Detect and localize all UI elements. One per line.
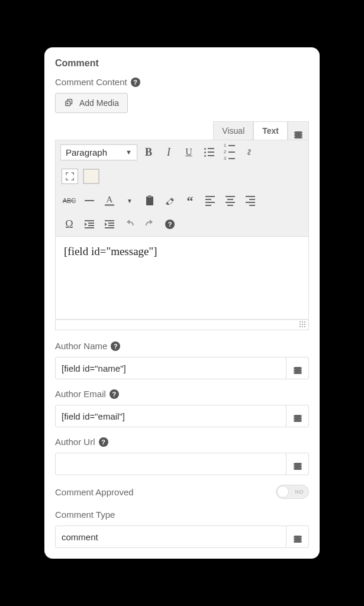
indent-button[interactable] <box>101 216 118 233</box>
eraser-icon <box>165 196 175 205</box>
fullscreen-icon <box>66 172 74 180</box>
editor-tabs: Visual Text <box>55 121 309 140</box>
add-media-label: Add Media <box>79 98 119 108</box>
undo-button[interactable] <box>121 216 138 233</box>
redo-icon <box>144 220 155 229</box>
comment-approved-toggle[interactable]: NO <box>276 485 309 499</box>
indent-icon <box>105 220 114 228</box>
author-url-db-button[interactable] <box>286 453 309 475</box>
toggle-state-label: NO <box>295 489 304 495</box>
author-url-label: Author Url <box>55 437 95 447</box>
database-icon <box>294 367 302 369</box>
comment-type-label-row: Comment Type <box>55 510 309 520</box>
tab-text[interactable]: Text <box>253 121 288 140</box>
clear-format-button[interactable] <box>161 192 179 209</box>
underline-button[interactable]: U <box>180 144 198 160</box>
undo-icon <box>124 220 135 229</box>
author-email-db-button[interactable] <box>286 405 309 427</box>
database-icon <box>294 415 302 417</box>
link-icon <box>244 147 255 157</box>
comment-type-db-button[interactable] <box>286 526 309 548</box>
bullet-list-icon <box>204 148 214 157</box>
align-right-button[interactable] <box>241 192 259 209</box>
toolbar-toggle-button[interactable] <box>83 169 99 184</box>
media-icon <box>64 98 75 108</box>
numbered-list-icon: 123 <box>224 143 235 161</box>
bullet-list-button[interactable] <box>200 144 218 160</box>
author-url-input[interactable] <box>55 453 286 475</box>
section-title: Comment <box>55 58 309 69</box>
grip-icon <box>299 321 306 328</box>
align-left-icon <box>205 196 215 206</box>
comment-panel: Comment Comment Content ? Add Media Visu… <box>44 47 320 559</box>
comment-approved-label: Comment Approved <box>55 487 134 497</box>
tab-visual[interactable]: Visual <box>213 121 253 140</box>
numbered-list-button[interactable]: 123 <box>220 144 238 160</box>
help-icon[interactable]: ? <box>111 341 120 351</box>
paste-button[interactable] <box>141 192 159 209</box>
tab-database[interactable] <box>288 121 309 140</box>
align-center-icon <box>226 196 235 206</box>
clipboard-icon <box>145 195 154 206</box>
text-color-icon: A <box>105 195 114 206</box>
database-icon <box>294 131 302 134</box>
chevron-down-icon: ▼ <box>125 149 132 156</box>
author-name-label-row: Author Name ? <box>55 341 309 351</box>
text-color-picker-button[interactable]: ▼ <box>121 192 138 209</box>
author-email-label: Author Email <box>55 389 106 399</box>
editor-toolbar: Paragraph ▼ B I U 123 ABC <box>55 140 309 237</box>
author-name-input[interactable] <box>55 357 286 379</box>
strikethrough-button[interactable]: ABC <box>60 192 78 209</box>
italic-button[interactable]: I <box>160 144 178 160</box>
outdent-icon <box>85 220 94 228</box>
editor-textarea[interactable]: [field id="message"] <box>55 237 309 320</box>
link-button[interactable] <box>240 144 258 160</box>
format-dropdown[interactable]: Paragraph ▼ <box>60 144 137 160</box>
editor-help-button[interactable]: ? <box>161 216 179 233</box>
help-icon[interactable]: ? <box>109 389 119 399</box>
author-name-label: Author Name <box>55 341 107 351</box>
align-right-icon <box>246 196 255 206</box>
outdent-button[interactable] <box>80 216 98 233</box>
toggle-knob <box>277 486 289 498</box>
author-url-label-row: Author Url ? <box>55 437 309 447</box>
special-char-button[interactable]: Ω <box>60 216 78 233</box>
hr-icon <box>85 200 94 201</box>
redo-button[interactable] <box>141 216 159 233</box>
svg-rect-1 <box>148 195 152 198</box>
svg-rect-0 <box>146 196 153 205</box>
content-label: Comment Content <box>55 77 127 87</box>
blockquote-button[interactable]: “ <box>181 192 199 209</box>
comment-type-label: Comment Type <box>55 510 115 520</box>
horizontal-rule-button[interactable] <box>80 192 98 209</box>
align-center-button[interactable] <box>221 192 239 209</box>
comment-type-input[interactable] <box>55 526 286 548</box>
help-icon[interactable]: ? <box>99 437 108 447</box>
format-dropdown-label: Paragraph <box>66 147 107 157</box>
editor-resize-handle[interactable] <box>55 320 309 330</box>
author-email-label-row: Author Email ? <box>55 389 309 399</box>
bold-button[interactable]: B <box>140 144 157 160</box>
database-icon <box>294 536 302 538</box>
add-media-button[interactable]: Add Media <box>55 93 128 113</box>
content-label-row: Comment Content ? <box>55 77 309 87</box>
fullscreen-button[interactable] <box>62 169 78 184</box>
text-color-button[interactable]: A <box>101 192 118 209</box>
align-left-button[interactable] <box>201 192 219 209</box>
author-email-input[interactable] <box>55 405 286 427</box>
database-icon <box>294 463 302 465</box>
help-icon: ? <box>165 220 175 229</box>
author-name-db-button[interactable] <box>286 357 309 379</box>
help-icon[interactable]: ? <box>131 78 140 87</box>
